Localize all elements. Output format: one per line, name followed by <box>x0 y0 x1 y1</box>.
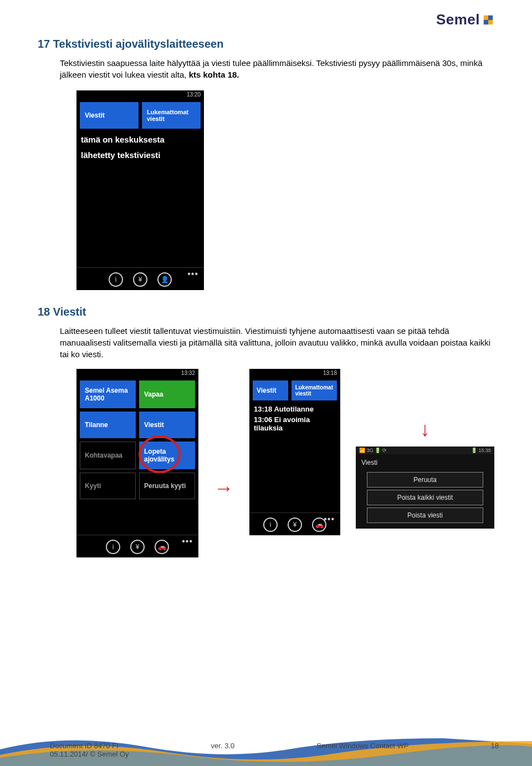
screenshot-1: 13:20 Viestit Lukemattomat viestit tämä … <box>76 90 204 290</box>
tile-vapaa[interactable]: Vapaa <box>139 381 195 408</box>
footer-doc-id: Document ID 8470 FI <box>50 742 129 750</box>
btn-peruuta[interactable]: Peruuta <box>367 472 483 488</box>
message-item[interactable]: 13:18 Autotilanne <box>253 404 337 414</box>
tile-peruuta[interactable]: Peruuta kyyti <box>139 473 195 499</box>
message-line1: tämä on keskuksesta <box>80 132 201 148</box>
arrow-right-icon: → <box>214 476 234 500</box>
appbar-info-icon[interactable]: i <box>109 272 123 287</box>
tile-asema[interactable]: Semel Asema A1000 <box>80 381 136 408</box>
tab-viestit[interactable]: Viestit <box>80 102 139 129</box>
app-bar: i ¥ 👤 ••• <box>76 267 204 290</box>
status-time: 13:32 <box>76 369 198 377</box>
message-item[interactable]: 13:06 Ei avoimia tilauksia <box>253 414 337 433</box>
appbar-more-icon[interactable]: ••• <box>324 514 335 524</box>
tab-lukemattomat[interactable]: Lukemattomat viestit <box>142 102 201 129</box>
section-17-body-text: Tekstiviestin saapuessa laite hälyyttää … <box>60 58 483 79</box>
status-left: 📶 3G 🔋 ⟳ <box>359 448 387 453</box>
screenshot-2: 13:32 Semel Asema A1000 Vapaa Tilanne Vi… <box>76 369 198 557</box>
section-18-body: Laitteeseen tulleet viestit tallentuvat … <box>60 325 494 360</box>
tile-kyyti[interactable]: Kyyti <box>80 473 136 499</box>
screenshot-3: 13:18 Viestit Lukemattomat viestit 13:18… <box>249 369 340 535</box>
appbar-more-icon[interactable]: ••• <box>182 536 193 546</box>
btn-poista-kaikki[interactable]: Poista kaikki viestit <box>367 490 483 505</box>
status-right: 🔋 15:35 <box>471 448 491 453</box>
tile-tilanne[interactable]: Tilanne <box>80 412 136 438</box>
screenshot-4: 📶 3G 🔋 ⟳ 🔋 15:35 Viesti Peruuta Poista k… <box>356 447 494 529</box>
app-bar: i ¥ 🚗 ••• <box>76 535 198 557</box>
btn-poista-viesti[interactable]: Poista viesti <box>367 508 483 523</box>
section-17-title: 17 Tekstiviesti ajovälityslaitteeseen <box>38 38 494 50</box>
section-17-body: Tekstiviestin saapuessa laite hälyyttää … <box>60 57 494 80</box>
tab-lukemattomat[interactable]: Lukemattomat viestit <box>291 381 337 400</box>
appbar-currency-icon[interactable]: ¥ <box>288 518 302 532</box>
appbar-currency-icon[interactable]: ¥ <box>133 272 147 287</box>
context-title: Viesti <box>356 454 494 470</box>
appbar-info-icon[interactable]: i <box>263 518 278 532</box>
appbar-more-icon[interactable]: ••• <box>187 269 198 279</box>
tab-viestit[interactable]: Viestit <box>253 381 288 400</box>
appbar-info-icon[interactable]: i <box>106 540 120 554</box>
tile-kohtavapaa[interactable]: Kohtavapaa <box>80 442 136 469</box>
arrow-down-icon: ↓ <box>420 418 430 441</box>
appbar-car-icon[interactable]: 🚗 <box>155 540 169 554</box>
appbar-currency-icon[interactable]: ¥ <box>130 540 145 554</box>
company-logo: Semel <box>436 11 494 28</box>
status-time: 13:18 <box>249 369 340 377</box>
app-bar: i ¥ 🚗 ••• <box>249 513 340 535</box>
footer-date: 05.11.2014/ © Semel Oy <box>50 750 129 758</box>
page-footer: Document ID 8470 FI 05.11.2014/ © Semel … <box>0 727 532 766</box>
tile-viestit[interactable]: Viestit <box>139 412 195 438</box>
appbar-user-icon[interactable]: 👤 <box>157 272 172 287</box>
section-17-body-bold: kts kohta 18. <box>189 70 239 79</box>
footer-version: ver. 3.0 <box>211 742 235 750</box>
footer-product: Semel Windows Contact WP <box>316 742 408 750</box>
status-time: 13:20 <box>76 90 204 99</box>
logo-text: Semel <box>436 11 480 28</box>
footer-page: 18 <box>491 742 499 750</box>
logo-icon <box>482 14 494 26</box>
message-line2: lähetetty tekstiviesti <box>80 148 201 163</box>
tile-lopeta[interactable]: Lopeta ajovälitys <box>139 442 195 469</box>
section-18-title: 18 Viestit <box>38 306 494 318</box>
